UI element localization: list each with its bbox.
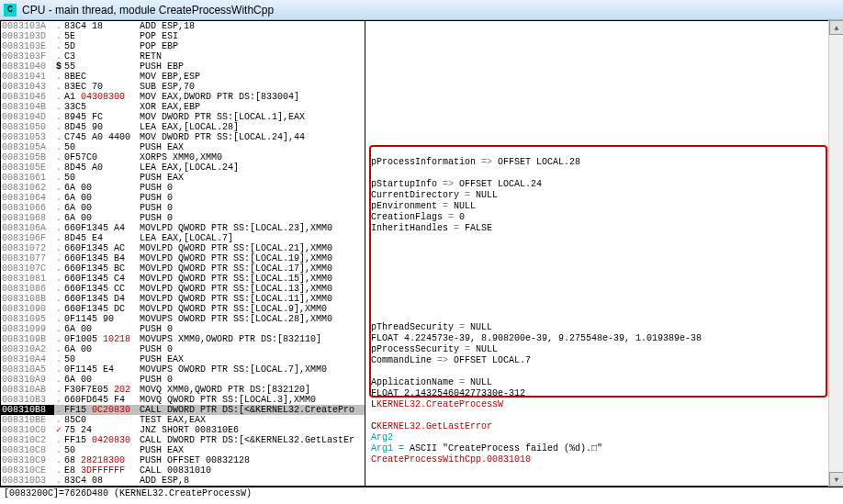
disasm-row[interactable]: 008310D3.83C4 08ADD ESP,8 [1,476,365,486]
disasm-row[interactable]: 0083104D.8945 FCMOV DWORD PTR SS:[LOCAL.… [1,112,365,122]
bytes-cell: 68 28218300 [63,455,139,465]
disassembly-panel[interactable]: 0083103A.83C4 18ADD ESP,180083103D.5EPOP… [1,21,365,486]
bytes-cell: C3 [63,51,139,62]
bytes-cell: 660F1345 C4 [63,274,139,284]
disasm-row[interactable]: 0083103A.83C4 18ADD ESP,18 [1,21,365,31]
disasm-cell: PUSH 0 [139,324,365,334]
disasm-row[interactable]: 00831041.8BECMOV EBP,ESP [1,72,365,82]
disasm-row[interactable]: 0083105E.8D45 A0LEA EAX,[LOCAL.24] [1,162,365,173]
scrollbar[interactable]: ▲ ▼ [828,20,843,487]
marker-cell: . [54,41,63,51]
marker-cell: . [54,435,63,445]
disasm-cell: XOR EAX,EBP [139,102,365,112]
disasm-row[interactable]: 0083109B.0F1005 10218MOVUPS XMM0,OWORD P… [1,334,365,344]
disasm-row[interactable]: 00831072.660F1345 ACMOVLPD QWORD PTR SS:… [1,243,365,253]
disasm-row[interactable]: 008310BE.85C0TEST EAX,EAX [1,415,365,425]
bytes-cell: E8 3DFFFFFF [63,465,139,476]
bytes-cell: F30F7E05 202 [63,385,139,395]
addr-cell: 0083106F [1,233,54,243]
disasm-row[interactable]: 008310B3.660FD645 F4MOVQ QWORD PTR SS:[L… [1,395,365,405]
marker-cell: . [54,72,63,82]
disasm-row[interactable]: 008310CE.E8 3DFFFFFFCALL 00831010 [1,465,365,476]
bytes-cell: 0F57C0 [63,152,139,162]
disasm-cell: LEA EAX,[LOCAL.24] [139,162,365,173]
disasm-row[interactable]: 00831064.6A 00PUSH 0 [1,193,365,203]
addr-cell: 0083107C [1,263,54,274]
disasm-row[interactable]: 00831062.6A 00PUSH 0 [1,183,365,193]
disasm-row[interactable]: 008310A5.0F1145 E4MOVUPS OWORD PTR SS:[L… [1,364,365,375]
disasm-cell: PUSH EAX [139,173,365,183]
disasm-cell: MOVQ XMM0,QWORD PTR DS:[832120] [139,385,365,395]
addr-cell: 008310BE [1,415,54,425]
disasm-cell: SUB ESP,70 [139,82,365,92]
disasm-row[interactable]: 00831077.660F1345 B4MOVLPD QWORD PTR SS:… [1,253,365,263]
disasm-row[interactable]: 00831040$55PUSH EBP [1,62,365,72]
marker-cell: . [54,364,63,375]
marker-cell: . [54,132,63,142]
disasm-row[interactable]: 0083108B.660F1345 D4MOVLPD QWORD PTR SS:… [1,294,365,304]
window-title: CPU - main thread, module CreateProcessW… [22,4,274,17]
disasm-row[interactable]: 0083106F.8D45 E4LEA EAX,[LOCAL.7] [1,233,365,243]
disasm-row[interactable]: 00831061.50PUSH EAX [1,173,365,183]
disasm-cell: PUSH 0 [139,193,365,203]
addr-cell: 008310C8 [1,445,54,455]
disasm-row[interactable]: 00831053.C745 A0 4400MOV DWORD PTR SS:[L… [1,132,365,142]
marker-cell: . [54,213,63,223]
bytes-cell: 0F1145 E4 [63,364,139,375]
disasm-row[interactable]: 00831099.6A 00PUSH 0 [1,324,365,334]
bytes-cell: 85C0 [63,415,139,425]
disasm-row[interactable]: 0083107C.660F1345 BCMOVLPD QWORD PTR SS:… [1,263,365,274]
disasm-cell: MOVLPD QWORD PTR SS:[LOCAL.23],XMM0 [139,223,365,233]
disasm-cell: PUSH EAX [139,354,365,364]
marker-cell: . [54,233,63,243]
marker-cell: . [54,183,63,193]
disasm-row[interactable]: 0083106A.660F1345 A4MOVLPD QWORD PTR SS:… [1,223,365,233]
disasm-row[interactable]: 008310A4.50PUSH EAX [1,354,365,364]
disasm-row[interactable]: 008310A2.6A 00PUSH 0 [1,344,365,354]
disasm-row[interactable]: 0083105B.0F57C0XORPS XMM0,XMM0 [1,152,365,162]
disasm-cell: MOVLPD QWORD PTR SS:[LOCAL.17],XMM0 [139,263,365,274]
bytes-cell: 6A 00 [63,375,139,385]
bytes-cell: 50 [63,445,139,455]
disasm-row[interactable]: 008310B8.FF15 0C20830CALL DWORD PTR DS:[… [1,405,365,415]
disasm-row[interactable]: 0083104B.33C5XOR EAX,EBP [1,102,365,112]
bytes-cell: 660F1345 CC [63,284,139,294]
disasm-row[interactable]: 00831095.0F1145 90MOVUPS OWORD PTR SS:[L… [1,314,365,324]
disasm-row[interactable]: 00831086.660F1345 CCMOVLPD QWORD PTR SS:… [1,284,365,294]
marker-cell: . [54,314,63,324]
disasm-row[interactable]: 00831046.A1 04308300MOV EAX,DWORD PTR DS… [1,92,365,102]
disasm-row[interactable]: 008310C8.50PUSH EAX [1,445,365,455]
addr-cell: 00831072 [1,243,54,253]
disasm-row[interactable]: 0083103E.5DPOP EBP [1,41,365,51]
marker-cell: . [54,193,63,203]
disasm-row[interactable]: 0083103D.5EPOP ESI [1,31,365,41]
scroll-up-button[interactable]: ▲ [829,20,843,35]
disasm-row[interactable]: 008310AB.F30F7E05 202MOVQ XMM0,QWORD PTR… [1,385,365,395]
addr-cell: 0083103E [1,41,54,51]
disasm-cell: PUSH 0 [139,344,365,354]
disassembly-table[interactable]: 0083103A.83C4 18ADD ESP,180083103D.5EPOP… [1,21,365,486]
disasm-row[interactable]: 00831068.6A 00PUSH 0 [1,213,365,223]
titlebar[interactable]: C CPU - main thread, module CreateProces… [0,0,843,20]
disasm-row[interactable]: 00831050.8D45 90LEA EAX,[LOCAL.28] [1,122,365,132]
disasm-row[interactable]: 00831081.660F1345 C4MOVLPD QWORD PTR SS:… [1,274,365,284]
disasm-row[interactable]: 00831066.6A 00PUSH 0 [1,203,365,213]
scroll-down-button[interactable]: ▼ [829,472,843,487]
disasm-row[interactable]: 008310C0✓75 24JNZ SHORT 008310E6 [1,425,365,435]
disasm-row[interactable]: 0083103F.C3RETN [1,51,365,62]
disasm-row[interactable]: 00831043.83EC 70SUB ESP,70 [1,82,365,92]
disasm-cell: LEA EAX,[LOCAL.28] [139,122,365,132]
disasm-row[interactable]: 008310A9.6A 00PUSH 0 [1,375,365,385]
disasm-row[interactable]: 0083105A.50PUSH EAX [1,142,365,152]
bytes-cell: 6A 00 [63,324,139,334]
marker-cell: . [54,142,63,152]
bytes-cell: 8945 FC [63,112,139,122]
addr-cell: 00831068 [1,213,54,223]
bytes-cell: FF15 0420830 [63,435,139,445]
disasm-cell: PUSH 0 [139,213,365,223]
marker-cell: . [54,354,63,364]
disasm-row[interactable]: 008310C9.68 28218300PUSH OFFSET 00832128 [1,455,365,465]
disasm-row[interactable]: 008310C2.FF15 0420830CALL DWORD PTR DS:[… [1,435,365,445]
addr-cell: 0083105B [1,152,54,162]
disasm-row[interactable]: 00831090.660F1345 DCMOVLPD QWORD PTR SS:… [1,304,365,314]
